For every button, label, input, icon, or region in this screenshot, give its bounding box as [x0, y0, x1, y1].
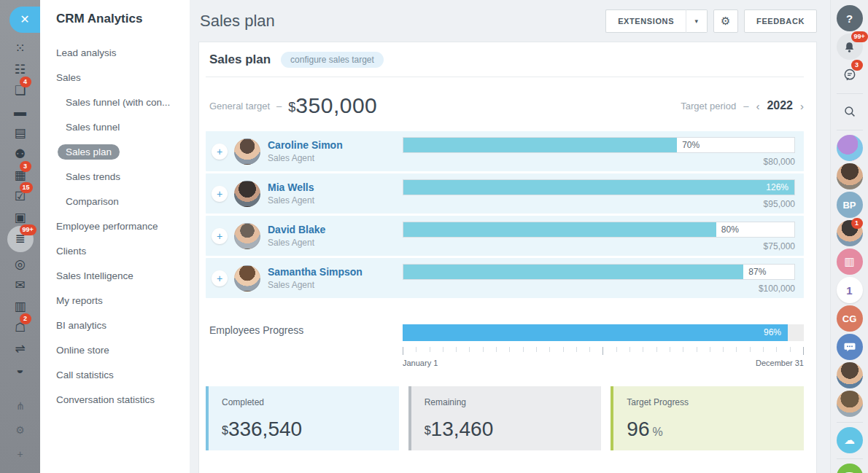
first-place-widget[interactable]: 1	[837, 277, 863, 303]
notifications-button[interactable]: 99+	[837, 34, 863, 60]
employee-progress-bar: 126%	[403, 179, 795, 195]
divider	[837, 458, 863, 459]
bar-percent: 126%	[766, 182, 788, 192]
card-icon[interactable]: ▬	[8, 101, 33, 122]
sidebar-item-sales-funnel[interactable]: Sales funnel	[56, 120, 190, 144]
sidebar-item-conversation-statistics[interactable]: Conversation statistics	[56, 392, 190, 417]
help-button[interactable]: ?	[837, 5, 863, 31]
sidebar-item-bi-analytics[interactable]: BI analytics	[56, 318, 190, 343]
sidebar-item-sales[interactable]: Sales	[56, 70, 190, 95]
sidebar-item-sales-plan[interactable]: Sales plan	[56, 144, 190, 169]
question-icon: ?	[846, 12, 853, 25]
expand-row-button[interactable]: +	[212, 270, 228, 286]
nodes-icon[interactable]: ⋔	[8, 397, 33, 415]
app-widget-avatar[interactable]	[837, 135, 863, 161]
sidebar-item-lead-analysis[interactable]: Lead analysis	[56, 45, 190, 70]
sidebar-item-sales-intelligence[interactable]: Sales Intelligence	[56, 268, 190, 293]
phone-widget[interactable]: ☎	[837, 464, 863, 473]
employee-name-link[interactable]: David Blake	[268, 224, 325, 235]
bar-fill	[403, 265, 743, 279]
avatar	[234, 181, 260, 207]
bar-fill	[403, 180, 794, 195]
app-window: ✕ ⁙ ☷ ❏4 ▬ ▤ ⚉ ▦3 ☑15 ▣ ≣99+ ◎ ✉ ▥ ☖2 ⇌ …	[0, 0, 868, 473]
badge: 99+	[851, 31, 868, 42]
sidebar-item-sales-funnel-conversion[interactable]: Sales funnel (with con...	[56, 95, 190, 120]
chat-icon[interactable]: ❏4	[8, 80, 33, 101]
avatar[interactable]	[837, 362, 863, 388]
search-button[interactable]	[837, 98, 863, 125]
target-period-year: 2022	[767, 99, 793, 112]
badge: 3	[20, 161, 31, 172]
sidebar-item-call-statistics[interactable]: Call statistics	[56, 367, 190, 392]
chevron-down-circle-icon[interactable]: ◒	[8, 359, 33, 380]
target-progress-label: Target Progress	[627, 397, 804, 407]
progress-ruler-labels: January 1 December 31	[403, 359, 804, 367]
employee-row: + Samantha Simpson Sales Agent 87% $100,…	[206, 258, 804, 298]
bar-fill: 96%	[403, 324, 788, 341]
gear-icon[interactable]: ⚙	[8, 421, 33, 439]
search-icon	[843, 105, 856, 118]
avatar-bp[interactable]: BP	[837, 192, 863, 218]
messages-button[interactable]: 3	[837, 62, 863, 88]
configure-sales-target-badge[interactable]: configure sales target	[281, 52, 384, 68]
general-target-value: $350,000	[288, 93, 377, 118]
employees-progress-label: Employees Progress	[206, 324, 403, 367]
sidebar-item-my-reports[interactable]: My reports	[56, 293, 190, 318]
progress-ruler	[403, 347, 804, 356]
cloud-device-icon: ☁	[844, 434, 855, 447]
app-title: CRM Analytics	[56, 12, 190, 26]
sidebar-item-sales-trends[interactable]: Sales trends	[56, 169, 190, 194]
avatar[interactable]: 1	[837, 220, 863, 246]
employee-name-link[interactable]: Caroline Simon	[268, 139, 343, 151]
sidebar-item-online-store[interactable]: Online store	[56, 343, 190, 367]
employee-progress-bar: 70%	[403, 137, 795, 153]
employees-progress-bar: 96%	[403, 324, 804, 341]
extensions-dropdown-button[interactable]: ▾	[686, 9, 708, 33]
robot-icon[interactable]: ☖2	[8, 317, 33, 338]
prev-year-button[interactable]: ‹	[756, 100, 759, 112]
general-target: General target – $350,000	[209, 93, 377, 118]
crm-filter-icon[interactable]: ≣99+	[8, 228, 33, 249]
ruler-start-label: January 1	[403, 359, 438, 367]
expand-row-button[interactable]: +	[212, 144, 228, 160]
share-dots-icon[interactable]: ⁙	[8, 38, 33, 59]
mobile-app-widget[interactable]: ☁	[837, 427, 863, 453]
contacts-widget[interactable]: ▥	[837, 249, 863, 275]
bar-percent: 96%	[764, 327, 781, 337]
sidebar-item-clients[interactable]: Clients	[56, 243, 190, 268]
employee-role: Sales Agent	[268, 195, 314, 206]
plus-icon[interactable]: +	[8, 445, 33, 463]
avatar	[234, 223, 260, 249]
bar-percent: 87%	[748, 267, 766, 277]
avatar[interactable]	[837, 163, 863, 189]
close-sidebar-button[interactable]: ✕	[9, 7, 40, 33]
sidebar-item-comparison[interactable]: Comparison	[56, 194, 190, 219]
employee-row: + David Blake Sales Agent 80% $75,000	[206, 216, 804, 256]
feedback-button[interactable]: FEEDBACK	[744, 9, 817, 33]
expand-row-button[interactable]: +	[212, 228, 228, 244]
sidebar: CRM Analytics Lead analysis Sales Sales …	[40, 0, 190, 473]
document-icon[interactable]: ▤	[8, 122, 33, 144]
employee-role: Sales Agent	[268, 238, 325, 248]
main-content: Sales plan EXTENSIONS ▾ ⚙ FEEDBACK Sales…	[190, 0, 830, 473]
avatar[interactable]	[837, 391, 863, 417]
page-title: Sales plan	[200, 12, 275, 31]
left-rail-icons: ⁙ ☷ ❏4 ▬ ▤ ⚉ ▦3 ☑15 ▣ ≣99+ ◎ ✉ ▥ ☖2 ⇌ ◒	[0, 38, 40, 380]
tasks-icon[interactable]: ☑15	[8, 186, 33, 207]
summary-cards: Completed $336,540 Remaining $13,460 Tar…	[206, 386, 804, 450]
target-row: General target – $350,000 Target period …	[206, 77, 804, 131]
sidebar-nav: Lead analysis Sales Sales funnel (with c…	[56, 45, 190, 417]
right-rail: ? 99+ 3 BP 1 ▥ 1 CG ☁ ☎	[830, 0, 868, 473]
expand-row-button[interactable]: +	[212, 186, 228, 202]
target-icon[interactable]: ◎	[8, 254, 33, 275]
extensions-button[interactable]: EXTENSIONS	[605, 9, 686, 33]
employee-name-link[interactable]: Samantha Simpson	[268, 266, 363, 278]
team-chat-widget[interactable]	[837, 334, 863, 360]
next-year-button[interactable]: ›	[800, 100, 804, 112]
sliders-icon[interactable]: ⇌	[8, 338, 33, 359]
avatar-cg[interactable]: CG	[837, 305, 863, 332]
settings-button[interactable]: ⚙	[713, 9, 738, 33]
mail-icon[interactable]: ✉	[8, 275, 33, 296]
sidebar-item-employee-performance[interactable]: Employee performance	[56, 219, 190, 243]
employee-name-link[interactable]: Mia Wells	[268, 181, 314, 193]
